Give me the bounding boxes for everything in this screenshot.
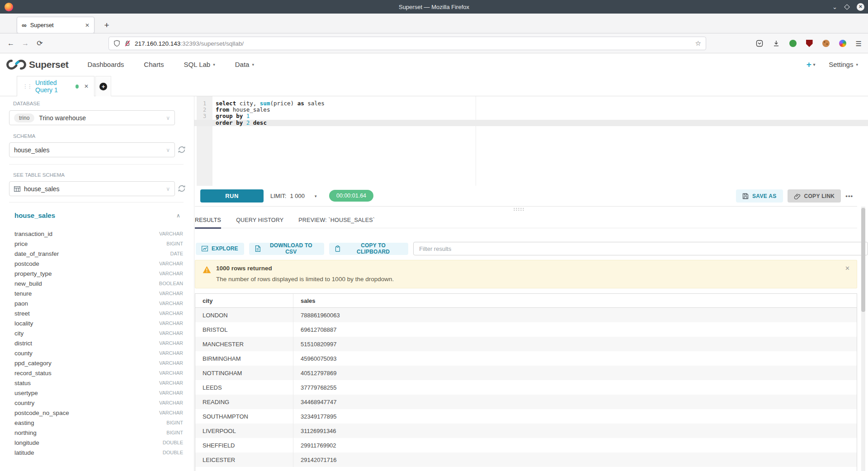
schema-column-row[interactable]: longitudeDOUBLE bbox=[14, 438, 183, 447]
schema-column-row[interactable]: tenureVARCHAR bbox=[14, 288, 183, 298]
column-name: locality bbox=[14, 320, 33, 327]
table-row[interactable]: LEEDS37779768255 bbox=[195, 380, 857, 395]
scrollbar-thumb[interactable] bbox=[861, 208, 865, 312]
schema-label: SCHEMA bbox=[13, 133, 35, 139]
alert-close-icon[interactable]: ✕ bbox=[845, 265, 850, 272]
table-row[interactable]: LIVERPOOL31126991346 bbox=[195, 424, 857, 438]
schema-column-row[interactable]: transaction_idVARCHAR bbox=[14, 229, 183, 239]
refresh-schema-icon[interactable] bbox=[178, 146, 186, 154]
schema-column-row[interactable]: usertypeVARCHAR bbox=[14, 388, 183, 398]
window-close-icon[interactable]: ✕ bbox=[857, 3, 864, 11]
schema-column-row[interactable]: date_of_transferDATE bbox=[14, 249, 183, 259]
pocket-icon[interactable] bbox=[756, 40, 763, 47]
schema-column-row[interactable]: postcodeVARCHAR bbox=[14, 259, 183, 268]
browser-tab-superset[interactable]: ∞ Superset ✕ bbox=[17, 17, 94, 33]
schema-column-row[interactable]: localityVARCHAR bbox=[14, 318, 183, 328]
schema-column-row[interactable]: record_statusVARCHAR bbox=[14, 368, 183, 378]
cookie-extension-icon[interactable] bbox=[822, 40, 830, 47]
tab-preview-house-sales[interactable]: PREVIEW: `HOUSE_SALES` bbox=[298, 212, 375, 228]
sql-code-editor[interactable]: 1234 select city, sum(price) as salesfro… bbox=[194, 96, 868, 186]
url-bar[interactable]: 217.160.120.143:32393/superset/sqllab/ ☆ bbox=[108, 37, 706, 50]
forward-icon[interactable]: → bbox=[18, 39, 33, 47]
schema-column-row[interactable]: priceBIGINT bbox=[14, 239, 183, 249]
containers-extension-icon[interactable] bbox=[839, 40, 846, 47]
table-row[interactable]: NOTTINGHAM40512797869 bbox=[195, 366, 857, 380]
tracking-shield-icon[interactable] bbox=[113, 40, 120, 47]
ublock-origin-icon[interactable] bbox=[806, 40, 813, 47]
schema-column-row[interactable]: new_buildBOOLEAN bbox=[14, 278, 183, 288]
code-line: order by 2 desc bbox=[194, 120, 868, 126]
superset-brand[interactable]: Superset bbox=[6, 58, 68, 71]
add-new-button[interactable]: +▾ bbox=[807, 60, 816, 70]
table-select[interactable]: house_sales ∨ bbox=[9, 181, 175, 196]
refresh-table-icon[interactable] bbox=[178, 184, 186, 193]
drag-handle-icon[interactable]: ⋮⋮ bbox=[23, 83, 32, 89]
table-row[interactable]: READING34468947747 bbox=[195, 395, 857, 409]
new-tab-button[interactable]: + bbox=[100, 19, 113, 32]
reload-icon[interactable]: ⟳ bbox=[33, 39, 47, 47]
downloads-icon[interactable] bbox=[773, 40, 780, 47]
schema-column-row[interactable]: districtVARCHAR bbox=[14, 338, 183, 348]
results-scrollbar[interactable] bbox=[861, 207, 865, 471]
superset-navbar: Superset Dashboards Charts SQL Lab▾ Data… bbox=[0, 53, 868, 75]
hamburger-menu-icon[interactable]: ☰ bbox=[856, 40, 862, 47]
collapse-table-icon[interactable]: ∧ bbox=[176, 212, 180, 219]
bookmark-star-icon[interactable]: ☆ bbox=[695, 39, 701, 47]
settings-menu[interactable]: Settings▾ bbox=[829, 61, 858, 68]
database-select[interactable]: trino Trino warehouse ∨ bbox=[9, 110, 175, 125]
window-maximize-icon[interactable] bbox=[844, 4, 850, 10]
tab-query-history[interactable]: QUERY HISTORY bbox=[236, 212, 283, 228]
schema-column-row[interactable]: paonVARCHAR bbox=[14, 298, 183, 308]
nav-item-charts[interactable]: Charts bbox=[144, 61, 164, 68]
schema-column-row[interactable]: latitudeDOUBLE bbox=[14, 447, 183, 457]
query-tab-untitled-query-1[interactable]: ⋮⋮ Untitled Query 1 ✕ bbox=[17, 76, 94, 96]
schema-column-row[interactable]: countryVARCHAR bbox=[14, 398, 183, 408]
copy-link-button[interactable]: COPY LINK bbox=[788, 189, 841, 203]
schema-column-row[interactable]: countyVARCHAR bbox=[14, 348, 183, 358]
query-tab-close-icon[interactable]: ✕ bbox=[84, 83, 89, 89]
nav-item-dashboards[interactable]: Dashboards bbox=[87, 61, 124, 68]
copy-to-clipboard-button[interactable]: COPY TO CLIPBOARD bbox=[329, 243, 408, 255]
column-header-city[interactable]: city bbox=[195, 294, 293, 307]
column-name: longitude bbox=[14, 439, 39, 446]
insecure-lock-icon[interactable] bbox=[124, 40, 131, 47]
column-header-sales[interactable]: sales bbox=[293, 294, 857, 307]
limit-dropdown[interactable]: LIMIT: 1 000 ▾ bbox=[270, 189, 316, 203]
save-as-button[interactable]: SAVE AS bbox=[736, 189, 783, 203]
table-row[interactable]: SHEFFIELD29911769902 bbox=[195, 438, 857, 452]
run-button[interactable]: RUN bbox=[200, 189, 264, 203]
schema-column-row[interactable]: eastingBIGINT bbox=[14, 418, 183, 428]
privacy-badger-icon[interactable] bbox=[789, 40, 797, 47]
table-row[interactable]: LONDON788861960063 bbox=[195, 308, 857, 322]
schema-select[interactable]: house_sales ∨ bbox=[9, 142, 175, 157]
back-icon[interactable]: ← bbox=[4, 39, 18, 47]
browser-tab-close-icon[interactable]: ✕ bbox=[85, 22, 90, 28]
table-icon bbox=[14, 186, 20, 192]
add-query-tab-button[interactable]: + bbox=[95, 76, 111, 96]
nav-item-sql-lab[interactable]: SQL Lab▾ bbox=[184, 61, 215, 68]
column-type: DATE bbox=[170, 251, 183, 256]
window-minimize-icon[interactable]: ⌄ bbox=[832, 4, 837, 10]
schema-column-row[interactable]: statusVARCHAR bbox=[14, 378, 183, 388]
table-row[interactable]: LEICESTER29142071716 bbox=[195, 452, 857, 467]
table-row[interactable]: MANCHESTER51510820997 bbox=[195, 337, 857, 351]
table-row[interactable]: BRISTOL69612708887 bbox=[195, 322, 857, 337]
schema-column-row[interactable]: postcode_no_spaceVARCHAR bbox=[14, 408, 183, 418]
table-name-link[interactable]: house_sales bbox=[14, 212, 55, 219]
tab-results[interactable]: RESULTS bbox=[195, 212, 221, 228]
download-csv-button[interactable]: DOWNLOAD TO CSV bbox=[249, 243, 324, 255]
schema-column-row[interactable]: property_typeVARCHAR bbox=[14, 268, 183, 278]
schema-column-row[interactable]: ppd_categoryVARCHAR bbox=[14, 358, 183, 368]
pane-resize-handle[interactable] bbox=[513, 207, 524, 211]
table-row[interactable]: SOUTHAMPTON32349177895 bbox=[195, 409, 857, 424]
more-menu-icon[interactable]: ••• bbox=[845, 193, 853, 199]
filter-results-input[interactable] bbox=[413, 242, 868, 255]
explore-button[interactable]: EXPLORE bbox=[196, 243, 244, 255]
nav-item-data[interactable]: Data▾ bbox=[235, 61, 254, 68]
table-row[interactable]: BIRMINGHAM45960075093 bbox=[195, 351, 857, 366]
column-type: VARCHAR bbox=[159, 311, 183, 316]
schema-column-row[interactable]: cityVARCHAR bbox=[14, 328, 183, 338]
schema-column-row[interactable]: streetVARCHAR bbox=[14, 308, 183, 318]
schema-column-row[interactable]: northingBIGINT bbox=[14, 428, 183, 438]
cell-city: SOUTHAMPTON bbox=[195, 409, 293, 424]
